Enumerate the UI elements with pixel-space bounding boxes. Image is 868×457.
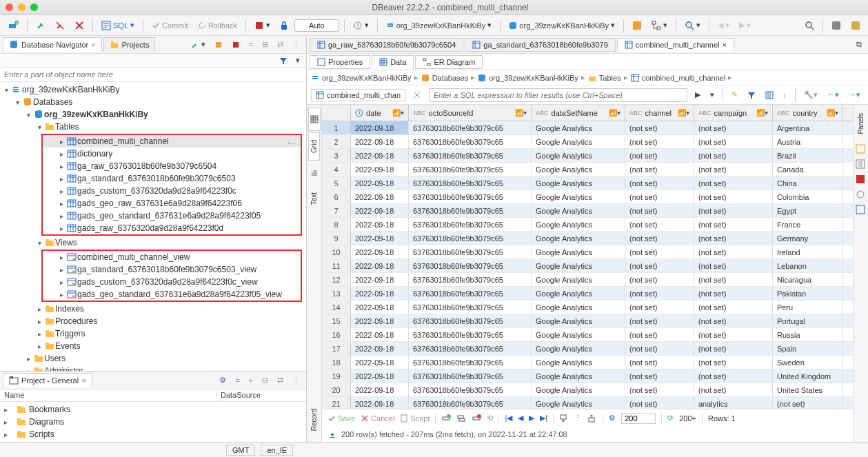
table-row[interactable]: 1 2022-09-18 63763018b60fe9b3079c65 Goog… — [322, 121, 853, 135]
table-row[interactable]: 11 2022-09-18 63763018b60fe9b3079c65 Goo… — [322, 259, 853, 273]
schema-selector[interactable]: org_39zewKxKBanHkKiBy ▾ — [505, 19, 618, 31]
maximize-window-icon[interactable] — [30, 3, 38, 11]
tab-text[interactable] — [309, 162, 320, 184]
auto-commit-mode[interactable]: Auto — [294, 19, 339, 32]
project-item[interactable]: ▸Diagrams — [0, 416, 306, 428]
view-menu-icon[interactable]: ⋮ — [289, 374, 303, 386]
table-row[interactable]: 20 2022-09-18 63763018b60fe9b3079c65 Goo… — [322, 383, 853, 397]
export-menu-icon[interactable]: ⋮ — [574, 414, 582, 423]
metadata-panel-icon[interactable] — [856, 190, 867, 201]
connect-tool-icon[interactable]: ▾ — [188, 39, 209, 50]
table-row[interactable]: 14 2022-09-18 63763018b60fe9b3079c65 Goo… — [322, 301, 853, 314]
table-row[interactable]: 19 2022-09-18 63763018b60fe9b3079c65 Goo… — [322, 369, 853, 383]
project-item[interactable]: ▸Scripts — [0, 428, 306, 440]
order-icon[interactable]: ↕ — [780, 90, 791, 101]
history-icon[interactable]: ▾ — [350, 19, 372, 32]
page-size-input[interactable] — [621, 413, 656, 424]
tab-record-label[interactable]: Record — [309, 402, 319, 438]
tab-panels-label[interactable]: Panels — [856, 108, 866, 140]
triggers-node[interactable]: ▸Triggers — [0, 327, 306, 340]
table-node[interactable]: ▸gads_custom_6376320da9d28a9f64223f0c — [43, 185, 301, 197]
transaction-tool-icon[interactable] — [228, 39, 243, 50]
col-country[interactable]: ABCcountry📶▾ — [773, 105, 843, 121]
sql-editor-button[interactable]: SQL ▾ — [98, 19, 138, 32]
tab-project-general[interactable]: Project - General × — [3, 373, 92, 387]
project-item[interactable]: ▸Bookmarks — [0, 403, 306, 416]
table-row[interactable]: 3 2022-09-18 63763018b60fe9b3079c65 Goog… — [322, 149, 853, 163]
table-row[interactable]: 13 2022-09-18 63763018b60fe9b3079c65 Goo… — [322, 287, 853, 301]
add-row-icon[interactable] — [441, 414, 451, 423]
collapse-icon[interactable]: ⊟ — [259, 374, 272, 386]
filter-icon[interactable]: = — [245, 39, 256, 50]
tab-data[interactable]: Data — [372, 55, 414, 69]
procedures-node[interactable]: ▸Procedures — [0, 315, 306, 327]
revert-row-icon[interactable]: ⟲ — [487, 414, 493, 423]
table-row[interactable]: 4 2022-09-18 63763018b60fe9b3079c65 Goog… — [322, 163, 853, 176]
refs-panel-icon[interactable] — [856, 205, 867, 216]
col-datasource[interactable]: DataSource — [216, 389, 306, 401]
lock-icon[interactable] — [276, 19, 292, 32]
tab-database-navigator[interactable]: Database Navigator × — [3, 37, 102, 52]
table-row[interactable]: 16 2022-09-18 63763018b60fe9b3079c65 Goo… — [322, 328, 853, 342]
gear-icon[interactable]: ⚙ — [609, 414, 616, 423]
preferences-icon[interactable] — [828, 19, 845, 32]
col-date[interactable]: date📶▾ — [351, 105, 409, 121]
sql-filter-input[interactable] — [429, 88, 687, 102]
new-connection-icon[interactable]: + — [4, 19, 22, 32]
table-row[interactable]: 9 2022-09-18 63763018b60fe9b3079c65 Goog… — [322, 232, 853, 245]
plug-connect-icon[interactable] — [32, 19, 49, 32]
add-icon[interactable]: + — [245, 374, 256, 386]
view-node[interactable]: ▸ga_standard_63763018b60fe9b3079c6503_vi… — [43, 263, 301, 276]
forward-icon[interactable]: ▶ ▾ — [736, 19, 754, 31]
schema-node[interactable]: ▾ org_39zewKxKBanHkKiBy — [0, 108, 306, 121]
views-node[interactable]: ▾ Views — [0, 236, 306, 249]
editor-tab-2[interactable]: ga_standard_63763018b60fe9b3079 — [465, 38, 615, 52]
close-icon[interactable]: × — [81, 376, 85, 385]
row-count[interactable]: 200+ — [679, 414, 696, 423]
refresh-icon[interactable]: = — [232, 374, 243, 386]
delete-row-icon[interactable] — [472, 414, 481, 423]
perspective-icon[interactable] — [847, 19, 864, 32]
plug-disconnect-icon[interactable] — [52, 19, 68, 32]
tree-search-input[interactable] — [4, 70, 302, 79]
first-page-icon[interactable]: |◀ — [505, 414, 512, 423]
columns-icon[interactable] — [762, 90, 777, 101]
filter-tree-icon[interactable] — [276, 55, 291, 66]
calc-panel-icon[interactable] — [856, 159, 867, 170]
table-row[interactable]: 8 2022-09-18 63763018b60fe9b3079c65 Goog… — [322, 218, 853, 232]
er-icon[interactable]: ▾ — [648, 19, 671, 32]
next-page-icon[interactable]: ▶ — [529, 414, 534, 423]
tab-grid-label[interactable]: Grid — [308, 132, 320, 161]
col-name[interactable]: Name — [0, 389, 216, 401]
table-row[interactable]: 21 2022-09-18 63763018b60fe9b3079c65 Goo… — [322, 397, 853, 409]
table-row[interactable]: 15 2022-09-18 63763018b60fe9b3079c65 Goo… — [322, 314, 853, 328]
col-datasetname[interactable]: ABCdataSetName📶▾ — [532, 105, 625, 121]
tab-properties[interactable]: Properties — [310, 55, 370, 69]
crumb-item[interactable]: Databases — [432, 74, 469, 82]
grouping-panel-icon[interactable] — [856, 174, 867, 185]
table-row[interactable]: 5 2022-09-18 63763018b60fe9b3079c65 Goog… — [322, 176, 853, 190]
datasource-selector[interactable]: org_39zewKxKBanHkKiBy ▾ — [383, 19, 496, 31]
minimize-window-icon[interactable] — [18, 3, 26, 11]
expand-icon[interactable] — [410, 90, 425, 101]
crumb-item[interactable]: Tables — [599, 74, 621, 82]
prev-link-icon[interactable]: ←▾ — [824, 89, 842, 101]
view-node[interactable]: ▸combined_multi_channel_view — [43, 251, 301, 263]
col-channel[interactable]: ABCchannel📶▾ — [625, 105, 694, 121]
collapse-icon[interactable]: ⊟ — [259, 39, 272, 50]
table-node[interactable]: ▸dictionary — [43, 148, 301, 160]
table-row[interactable]: 7 2022-09-18 63763018b60fe9b3079c65 Goog… — [322, 204, 853, 218]
tables-node[interactable]: ▾ Tables — [0, 121, 306, 133]
driver-icon[interactable] — [211, 39, 226, 50]
filter-history-icon[interactable]: ▾ — [707, 89, 718, 101]
editor-tab-3[interactable]: combined_multi_channel× — [617, 38, 734, 52]
cancel-button[interactable]: Cancel — [361, 414, 394, 423]
grid-body[interactable]: 1 2022-09-18 63763018b60fe9b3079c65 Goog… — [322, 121, 853, 409]
table-row[interactable]: 2 2022-09-18 63763018b60fe9b3079c65 Goog… — [322, 135, 853, 149]
view-menu-icon[interactable]: ⋮ — [289, 39, 303, 50]
col-octosourceid[interactable]: ABCoctoSourceId📶▾ — [409, 105, 532, 121]
prev-page-icon[interactable]: ◀ — [518, 414, 523, 423]
transaction-icon[interactable]: ▾ — [251, 19, 274, 32]
script-button[interactable]: Script — [400, 414, 430, 423]
tab-er-diagram[interactable]: ER Diagram — [415, 55, 483, 69]
